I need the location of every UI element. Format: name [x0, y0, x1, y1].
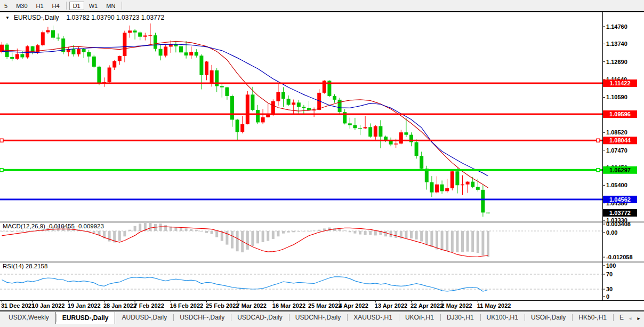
tabs-scroll-right-button[interactable]: ▸ [634, 314, 643, 322]
candle-body [276, 92, 280, 101]
macd-histogram-bar [451, 231, 454, 252]
symbol-tab-usdchf-daily[interactable]: USDCHF-,Daily [173, 312, 231, 323]
candle-body [261, 117, 265, 123]
macd-histogram-bar [195, 230, 198, 231]
macd-histogram-bar [374, 231, 377, 235]
candle-body [256, 110, 260, 123]
candle-body [148, 35, 152, 36]
macd-histogram-bar [302, 231, 305, 232]
date-tick-label: 31 Dec 2021 [1, 302, 35, 309]
level-line-handle[interactable] [0, 139, 3, 142]
toolbar-separator [66, 2, 67, 10]
candle-body [394, 143, 398, 145]
timeframe-button-W1[interactable]: W1 [85, 2, 102, 10]
candle-body [123, 33, 126, 56]
timeframe-button-MN[interactable]: MN [102, 2, 119, 10]
price-tick-label: 1.07470 [606, 147, 627, 154]
macd-histogram-bar [6, 231, 9, 232]
timeframe-button-5[interactable]: 5 [1, 2, 11, 10]
level-line-handle[interactable] [0, 169, 3, 172]
level-line-segment[interactable] [0, 169, 602, 171]
symbol-tab-usdx-weekly[interactable]: USDX,Weekly [2, 312, 55, 323]
macd-axis-tick [602, 257, 605, 258]
symbol-tab-usdcnh-daily[interactable]: USDCNH-,Daily [289, 312, 347, 323]
macd-histogram-bar [481, 231, 484, 256]
macd-histogram-bar [349, 231, 351, 232]
symbol-tab-usoil-daily[interactable]: USOil-,Daily [525, 312, 572, 323]
symbol-tab-xauusd-h1[interactable]: XAUUSD-,H1 [347, 312, 399, 323]
candle-wick [150, 23, 150, 44]
symbol-tab-usdcad-daily[interactable]: USDCAD-,Daily [231, 312, 289, 323]
panel-divider[interactable] [0, 221, 644, 222]
symbol-tab-hk50-h1[interactable]: HK50-,H1 [572, 312, 613, 323]
candle-wick [350, 118, 350, 129]
level-line-segment[interactable] [0, 198, 602, 200]
macd-histogram-bar [108, 231, 111, 242]
candle-body [20, 54, 24, 57]
level-line-handle[interactable] [597, 169, 600, 172]
date-tick-label: 16 Mar 2022 [272, 302, 305, 309]
candle-wick [360, 125, 360, 135]
macd-axis-tick [602, 233, 605, 233]
candle-body [31, 46, 35, 52]
macd-histogram-bar [231, 231, 234, 249]
window-top-border [0, 11, 644, 12]
level-line-segment[interactable] [0, 114, 602, 115]
candle-body [450, 171, 454, 188]
rsi-axis-label: 100 [606, 262, 616, 269]
timeframe-button-D1[interactable]: D1 [69, 2, 84, 10]
price-tick-label: 1.13740 [606, 41, 627, 47]
candle-body [210, 70, 214, 83]
candle-body [379, 126, 382, 137]
price-axis-line [602, 12, 603, 301]
symbol-tab-audusd-daily[interactable]: AUDUSD-,Daily [115, 312, 173, 323]
macd-histogram-bar [313, 230, 316, 231]
candle-body [358, 128, 362, 129]
panel-divider[interactable] [0, 262, 644, 263]
macd-axis-label: 0.003408 [606, 221, 631, 227]
symbol-tab-ukoil-h1[interactable]: UKOil-,H1 [399, 312, 440, 323]
candle-wick [58, 34, 59, 41]
symbol-tab-eurusd-daily[interactable]: EURUSD-,Daily [55, 312, 116, 324]
level-line-handle[interactable] [597, 139, 600, 142]
candle-body [415, 142, 418, 156]
price-tick-label: 1.12690 [606, 59, 627, 65]
candle-body [281, 92, 285, 99]
macd-histogram-bar [226, 231, 228, 245]
level-price-label: 1.04562 [609, 196, 631, 203]
candle-body [374, 126, 377, 137]
date-tick-label: 4 Apr 2022 [339, 302, 368, 309]
rsi-axis-label: 0 [606, 293, 609, 300]
symbol-tab-dj30-h1[interactable]: DJ30-,H1 [440, 312, 480, 323]
price-tick [602, 150, 605, 150]
symbol-tab-uk100-h1[interactable]: UK100-,H1 [480, 312, 525, 323]
timeframe-button-H1[interactable]: H1 [33, 2, 47, 10]
candle-wick [222, 83, 222, 98]
timeframe-button-M30[interactable]: M30 [12, 2, 31, 10]
candle-body [143, 36, 147, 37]
timeframe-button-H4[interactable]: H4 [49, 2, 63, 10]
macd-histogram-bar [436, 231, 438, 249]
chart-canvas: 1.147601.137401.126901.116401.105901.085… [0, 0, 644, 327]
candle-body [292, 102, 295, 105]
panel-divider[interactable] [0, 261, 644, 262]
candle-body [118, 56, 122, 61]
candle-body [302, 107, 305, 108]
candle-body [455, 171, 459, 185]
macd-histogram-bar [282, 231, 285, 234]
macd-histogram-bar [292, 231, 295, 232]
macd-histogram-bar [277, 231, 279, 236]
level-line-segment[interactable] [0, 140, 602, 141]
candle-body [220, 86, 224, 87]
candle-body [164, 46, 167, 55]
macd-histogram-bar [415, 231, 418, 240]
symbol-tab-eu[interactable]: EU [613, 312, 624, 323]
macd-histogram-bar [262, 231, 264, 242]
candle-body [271, 101, 275, 115]
macd-histogram-bar [461, 231, 464, 252]
tabs-scroll-left-button[interactable]: ◂ [626, 314, 634, 322]
chart-menu-arrow-icon[interactable]: ▼ [5, 15, 10, 20]
candle-body [189, 52, 193, 55]
level-line-segment[interactable] [0, 83, 602, 84]
candle-body [364, 127, 367, 128]
